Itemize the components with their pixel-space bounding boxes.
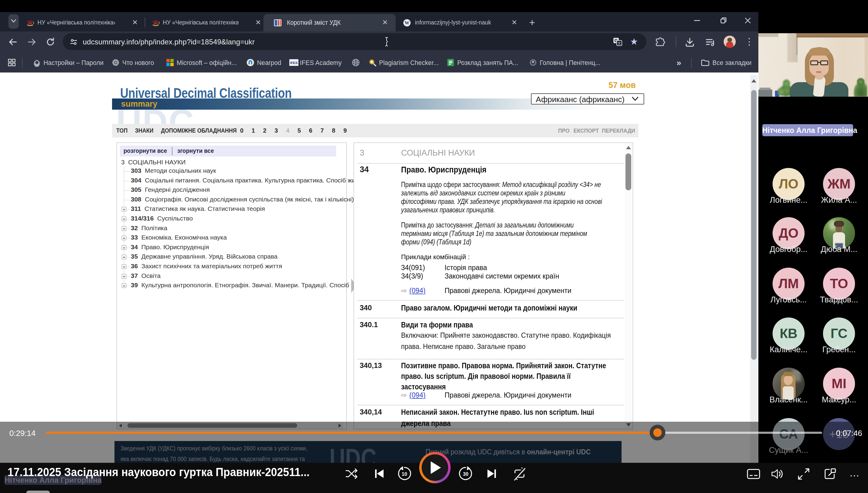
bookmark-star-icon[interactable]: ★ <box>630 36 638 47</box>
chrome-icon[interactable] <box>111 58 120 67</box>
browser-menu-icon[interactable]: ⋮ <box>745 36 754 48</box>
menu-digit-9[interactable]: 9 <box>343 127 347 134</box>
scrollbar-thumb[interactable] <box>626 153 631 190</box>
tree-item[interactable]: 308 Соціографія. Описові дослідження сус… <box>131 196 360 205</box>
new-tab-button[interactable]: + <box>526 16 538 28</box>
browser-tab-active[interactable]: Короткий зміст УДК✕ <box>263 14 396 31</box>
folder-icon[interactable] <box>701 58 709 67</box>
rewind-10-button[interactable]: 10 <box>396 466 412 481</box>
shuffle-button[interactable] <box>344 466 360 481</box>
apps-grid-icon[interactable] <box>7 58 16 67</box>
captions-button[interactable] <box>746 466 761 481</box>
tree-item[interactable]: 37 Освіта <box>131 272 360 281</box>
back-button[interactable] <box>8 37 18 47</box>
article-scrollbar[interactable] <box>625 144 632 429</box>
menu-digit-3[interactable]: 3 <box>275 127 278 134</box>
tree-expand-icon[interactable]: + <box>122 264 126 269</box>
expand-all-link[interactable]: розгорнути все <box>124 147 167 154</box>
seekbar-playhead[interactable] <box>650 425 665 441</box>
tree-root[interactable]: 3 СОЦІАЛЬНІ НАУКИ <box>121 158 351 168</box>
language-select[interactable]: Африкаанс (африкаанс) <box>531 93 644 105</box>
menu-digit-1[interactable]: 1 <box>252 127 255 134</box>
profile-avatar[interactable] <box>724 36 736 48</box>
article-reference[interactable]: ⇨(094) <box>401 391 426 399</box>
menu-item[interactable]: ДОПОМІЖНЕ ОБЛАДНАННЯ <box>161 127 237 134</box>
browser-tab[interactable]: НУ «Чернігівська політехніка»✕ <box>148 14 265 31</box>
globe-icon[interactable] <box>351 58 360 67</box>
address-bar[interactable]: udcsummary.info/php/index.php?id=18549&l… <box>63 33 646 50</box>
scrollbar-thumb[interactable] <box>751 90 757 360</box>
tab-close-icon[interactable]: ✕ <box>511 18 518 26</box>
reload-button[interactable] <box>45 37 56 47</box>
tree-expand-icon[interactable]: + <box>122 217 126 221</box>
tab-close-icon[interactable]: ✕ <box>131 18 139 26</box>
reference-link[interactable]: (094) <box>409 287 426 295</box>
tree-item[interactable]: 303 Методи соціальних наук <box>131 167 360 176</box>
emblem-icon[interactable] <box>529 58 537 67</box>
seekbar-played[interactable] <box>46 432 657 434</box>
menu-item-right[interactable]: ПЕРЕКЛАДИ <box>602 127 635 134</box>
fullscreen-button[interactable] <box>796 466 811 481</box>
menu-digit-4[interactable]: 4 <box>286 127 289 134</box>
tree-expand-icon[interactable]: + <box>122 207 126 212</box>
extensions-icon[interactable] <box>655 37 666 48</box>
tree-item[interactable]: 39 Культурна антропологія. Етнографія. З… <box>131 281 360 291</box>
tree-item[interactable]: 304 Соціальні питання. Соціальна практик… <box>131 177 360 186</box>
tree-item[interactable]: 36 Захист психічних та матеріальних потр… <box>131 262 360 272</box>
translate-icon[interactable]: G文 <box>612 37 623 47</box>
tree-item[interactable]: 305 Гендерні дослідження <box>131 186 360 195</box>
browser-tab[interactable]: НУ «Чернігівська політехніка»✕ <box>22 14 142 31</box>
tree-item[interactable]: 314/316 Суспільство <box>131 215 360 224</box>
seekbar-remaining[interactable] <box>657 432 822 434</box>
menu-digit-5[interactable]: 5 <box>298 127 301 134</box>
tree-expand-icon[interactable]: + <box>122 283 126 288</box>
scroll-up-arrow[interactable] <box>752 79 756 83</box>
reference-link[interactable]: (094) <box>409 391 426 399</box>
tab-search-button[interactable] <box>8 14 19 29</box>
next-button[interactable] <box>484 466 500 481</box>
tree-item[interactable]: 35 Державне управління. Уряд. Військова … <box>131 253 360 262</box>
tab-close-icon[interactable]: ✕ <box>381 18 389 26</box>
window-restore-button[interactable] <box>719 16 728 25</box>
microsoft-icon[interactable] <box>166 58 174 67</box>
more-options-button[interactable]: … <box>849 467 861 479</box>
magnifier-icon[interactable] <box>368 58 376 67</box>
window-close-button[interactable] <box>743 16 752 25</box>
tree-expand-icon[interactable]: + <box>122 245 126 250</box>
forward-button[interactable] <box>27 37 37 47</box>
collapse-all-link[interactable]: згорнути все <box>177 147 214 154</box>
menu-digit-2[interactable]: 2 <box>263 127 266 134</box>
menu-item-right[interactable]: ПРО <box>558 127 570 134</box>
ifes-icon[interactable]: IFES <box>289 58 298 67</box>
menu-digit-0[interactable]: 0 <box>240 127 243 134</box>
volume-button[interactable] <box>769 466 785 481</box>
tab-close-icon[interactable]: ✕ <box>254 18 262 26</box>
menu-digit-6[interactable]: 6 <box>309 127 312 134</box>
sheets-icon[interactable] <box>447 58 455 67</box>
menu-item[interactable]: ЗНАКИ <box>135 127 153 134</box>
download-icon[interactable] <box>685 37 695 48</box>
browser-tab[interactable]: Winformaczijnyj-lyst-yunist-nauk✕ <box>398 14 521 31</box>
popout-button[interactable] <box>823 466 838 481</box>
site-settings-icon[interactable] <box>69 37 79 47</box>
tree-expand-icon[interactable]: + <box>122 274 126 279</box>
bookmarks-overflow-icon[interactable]: » <box>676 58 681 68</box>
tree-expand-icon[interactable]: + <box>122 226 126 231</box>
tree-expand-icon[interactable]: + <box>122 255 126 259</box>
playlist-icon[interactable] <box>705 37 716 48</box>
previous-button[interactable] <box>371 466 387 481</box>
tree-expand-icon[interactable]: + <box>122 236 126 240</box>
scroll-up-arrow[interactable] <box>626 146 631 149</box>
menu-item-right[interactable]: ЕКСПОРТ <box>573 127 599 134</box>
tree-item[interactable]: 34 Право. Юриспруденція <box>131 243 360 253</box>
window-minimize-button[interactable] <box>693 16 701 25</box>
play-button[interactable] <box>419 452 451 483</box>
tree-item[interactable]: 33 Економіка. Економічна наука <box>131 234 360 243</box>
menu-item[interactable]: ТОП <box>116 127 127 134</box>
tree-item[interactable]: 311 Статистика як наука. Статистична тео… <box>131 205 360 214</box>
menu-digit-7[interactable]: 7 <box>321 127 324 134</box>
article-reference[interactable]: ⇨(094) <box>401 287 426 295</box>
repeat-off-button[interactable] <box>512 466 527 481</box>
forward-30-button[interactable]: 30 <box>458 466 474 481</box>
gear-icon[interactable] <box>32 58 41 67</box>
